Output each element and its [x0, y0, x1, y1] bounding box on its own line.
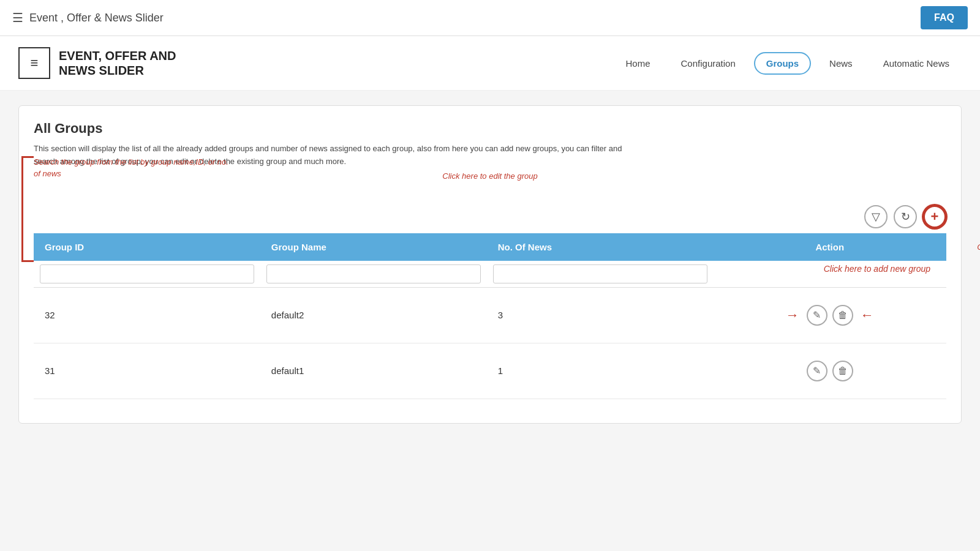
edit-row1-button[interactable]: ✎: [807, 305, 827, 326]
row1-action: → ✎ 🗑 ←: [714, 287, 946, 343]
search-bracket-line: [21, 156, 23, 260]
edit-icon: ✎: [813, 365, 821, 377]
row1-news-count: 3: [487, 287, 714, 343]
logo-area: ≡ EVENT, OFFER AND NEWS SLIDER: [18, 47, 176, 79]
filter-news-count-input[interactable]: [493, 264, 707, 283]
filter-button[interactable]: ▽: [864, 205, 888, 228]
col-action: Action: [714, 233, 946, 261]
edit-icon: ✎: [813, 309, 821, 321]
nav-configuration[interactable]: Configuration: [669, 52, 748, 75]
menu-icon: ☰: [12, 10, 23, 25]
filter-row: Click here to delete the group: [34, 261, 946, 288]
logo-text-line2: NEWS SLIDER: [59, 63, 176, 78]
trash-icon: 🗑: [838, 310, 848, 321]
table-row: 31 default1 1 ✎ 🗑: [34, 343, 946, 399]
filter-news-count-cell: [487, 261, 714, 288]
refresh-icon: ↻: [901, 210, 910, 223]
row2-action: ✎ 🗑: [714, 343, 946, 399]
table-header-row: Group ID Group Name No. Of News Action: [34, 233, 946, 261]
nav-automatic-news[interactable]: Automatic News: [871, 52, 962, 75]
refresh-button[interactable]: ↻: [894, 205, 917, 228]
col-group-name: Group Name: [260, 233, 487, 261]
trash-icon: 🗑: [838, 365, 848, 377]
filter-action-cell: Click here to delete the group: [714, 261, 946, 288]
add-icon: +: [931, 209, 939, 225]
nav-home[interactable]: Home: [614, 52, 663, 75]
delete-arrow: ←: [861, 307, 874, 323]
top-bar-left: ☰ Event , Offer & News Slider: [12, 10, 164, 25]
filter-icon: ▽: [872, 210, 880, 223]
main-nav: Home Configuration Groups News Automatic…: [614, 52, 962, 75]
groups-table: Group ID Group Name No. Of News Action: [34, 233, 946, 399]
edit-arrow: →: [786, 307, 799, 323]
row1-id: 32: [34, 287, 260, 343]
logo-icon: ≡: [18, 47, 50, 79]
edit-row2-button[interactable]: ✎: [807, 361, 827, 381]
top-bar: ☰ Event , Offer & News Slider FAQ: [0, 0, 980, 36]
delete-row2-button[interactable]: 🗑: [832, 361, 853, 381]
nav-groups[interactable]: Groups: [754, 52, 811, 75]
main-content: All Groups This section will display the…: [0, 91, 980, 438]
col-no-of-news: No. Of News: [487, 233, 714, 261]
nav-news[interactable]: News: [817, 52, 865, 75]
logo-text-line1: EVENT, OFFER AND: [59, 48, 176, 63]
faq-button[interactable]: FAQ: [921, 6, 968, 29]
edit-annotation: Click here to edit the group: [442, 171, 537, 181]
table-row: 32 default2 3 → ✎ 🗑: [34, 287, 946, 343]
search-annotation: Search the group from the list by group …: [34, 156, 230, 180]
col-group-id: Group ID: [34, 233, 260, 261]
row2-name: default1: [260, 343, 487, 399]
row2-id: 31: [34, 343, 260, 399]
content-box: All Groups This section will display the…: [18, 105, 962, 424]
app-title: Event , Offer & News Slider: [29, 12, 164, 24]
delete-annotation: Click here to delete the group: [977, 242, 980, 252]
row2-news-count: 1: [487, 343, 714, 399]
row1-name: default2: [260, 287, 487, 343]
search-arrow-h: [21, 260, 34, 262]
logo-symbol: ≡: [31, 55, 39, 71]
filter-group-name-input[interactable]: [266, 264, 481, 283]
search-bracket-top: [21, 156, 34, 158]
section-title: All Groups: [34, 121, 946, 137]
filter-group-id-input[interactable]: [40, 264, 254, 283]
filter-group-name-cell: [260, 261, 487, 288]
filter-group-id-cell: [34, 261, 260, 288]
header: ≡ EVENT, OFFER AND NEWS SLIDER Home Conf…: [0, 36, 980, 91]
add-group-button[interactable]: +: [923, 205, 946, 228]
logo-text: EVENT, OFFER AND NEWS SLIDER: [59, 48, 176, 78]
delete-row1-button[interactable]: 🗑: [832, 305, 853, 326]
